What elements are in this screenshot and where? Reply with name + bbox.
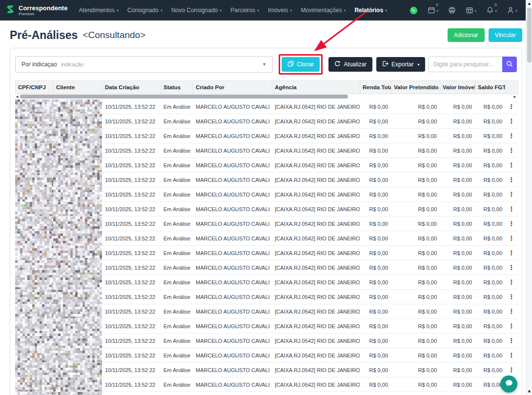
user-icon[interactable]: ▾ [506, 5, 518, 15]
scroll-left-icon[interactable]: ◄ [15, 95, 19, 99]
kebab-menu-icon[interactable]: ⋮ [505, 304, 518, 319]
cell-agencia: [CAIXA.RJ.0542] RIO DE JANEIRO [272, 260, 360, 275]
column-header-agencia[interactable]: Agência [272, 81, 360, 94]
table-row[interactable]: 10/11/2025, 13:52:22Em AnáliseMARCELO AU… [15, 363, 518, 377]
cell-agencia: [CAIXA.RJ.0542] RIO DE JANEIRO [272, 217, 360, 231]
column-header-status[interactable]: Status [161, 81, 193, 94]
table-row[interactable]: 10/11/2025, 13:52:22Em AnáliseMARCELO AU… [15, 377, 518, 392]
vertical-scrollbar[interactable]: ▲ ▼ [526, 0, 532, 395]
bell-icon[interactable]: 0▾ [485, 5, 498, 15]
table-row[interactable]: 10/11/2025, 13:52:22Em AnáliseMARCELO AU… [15, 304, 518, 319]
vertical-scrollbar-thumb[interactable] [527, 8, 532, 62]
cell-renda-total: R$ 0,00 [360, 231, 391, 246]
search-input[interactable] [428, 57, 502, 72]
kebab-menu-icon[interactable]: ⋮ [505, 290, 518, 304]
search-button[interactable] [502, 57, 517, 72]
nav-item-parceiros[interactable]: Parceiros▾ [226, 4, 264, 17]
table-row[interactable]: 10/11/2025, 13:52:22Em AnáliseMARCELO AU… [15, 319, 518, 334]
scroll-up-icon[interactable]: ▲ [526, 1, 532, 6]
censored-pixelated-data [53, 231, 102, 245]
kebab-menu-icon[interactable]: ⋮ [505, 158, 518, 173]
table-row[interactable]: 10/11/2025, 13:52:22Em AnáliseMARCELO AU… [15, 246, 518, 260]
table-row[interactable]: 10/11/2025, 13:52:22Em AnáliseMARCELO AU… [15, 260, 518, 275]
kebab-menu-icon[interactable]: ⋮ [505, 129, 518, 143]
horizontal-scrollbar-thumb[interactable] [20, 95, 348, 99]
table-row[interactable]: 10/11/2025, 13:52:22Em AnáliseMARCELO AU… [15, 158, 518, 173]
add-button[interactable]: Adicionar [448, 28, 485, 42]
cell-criado-por: MARCELO AUGUSTO CAVALI [193, 114, 272, 129]
kebab-menu-icon[interactable]: ⋮ [505, 246, 518, 260]
link-button[interactable]: Vincular [489, 28, 522, 42]
censored-pixelated-data [15, 260, 53, 275]
whatsapp-icon[interactable] [409, 5, 419, 16]
scroll-right-icon[interactable]: ► [513, 95, 517, 99]
table-row[interactable]: 10/11/2025, 13:52:22Em AnáliseMARCELO AU… [15, 275, 518, 290]
kebab-menu-icon[interactable]: ⋮ [505, 260, 518, 275]
column-header-cliente[interactable]: Cliente [54, 81, 102, 94]
table-row[interactable]: 10/11/2025, 13:52:22Em AnáliseMARCELO AU… [15, 348, 518, 363]
cell-data-criacao: 10/11/2025, 13:52:22 [102, 275, 161, 290]
brand[interactable]: Correspondente Premium [5, 4, 67, 17]
cell-agencia: [CAIXA.RJ.0542] RIO DE JANEIRO [272, 231, 360, 246]
calendar-icon[interactable]: 0▾ [427, 5, 439, 15]
table-row[interactable]: 10/11/2025, 13:52:22Em AnáliseMARCELO AU… [15, 217, 518, 231]
kebab-menu-icon[interactable]: ⋮ [505, 143, 518, 158]
table-row[interactable]: 10/11/2025, 13:52:22Em AnáliseMARCELO AU… [15, 392, 518, 395]
censored-pixelated-data [53, 260, 102, 275]
cell-cliente [53, 290, 102, 304]
column-header-data-criacao[interactable]: Data Criação [102, 81, 161, 94]
table-row[interactable]: 10/11/2025, 13:52:22Em AnáliseMARCELO AU… [15, 143, 518, 158]
export-icon [382, 60, 389, 68]
table-row[interactable]: 10/11/2025, 13:52:22Em AnáliseMARCELO AU… [15, 114, 518, 129]
cell-valor-pretendido: R$ 0,00 [391, 99, 440, 114]
nav-item-consignado[interactable]: Consignado▾ [123, 4, 167, 17]
kebab-menu-icon[interactable]: ⋮ [505, 334, 518, 348]
kebab-menu-icon[interactable]: ⋮ [505, 187, 518, 202]
table-row[interactable]: 10/11/2025, 13:52:22Em AnáliseMARCELO AU… [15, 173, 518, 187]
top-navbar: Correspondente Premium Atendimentos▾Cons… [0, 0, 532, 20]
horizontal-scrollbar[interactable]: ◄ ► [15, 94, 518, 99]
kebab-menu-icon[interactable]: ⋮ [505, 202, 518, 217]
kebab-menu-icon[interactable]: ⋮ [505, 231, 518, 246]
table-row[interactable]: 10/11/2025, 13:52:22Em AnáliseMARCELO AU… [15, 334, 518, 348]
cell-criado-por: MARCELO AUGUSTO CAVALI [193, 231, 272, 246]
export-button[interactable]: Exportar ▾ [376, 57, 425, 72]
printer-icon[interactable] [447, 5, 457, 15]
nav-item-atendimentos[interactable]: Atendimentos▾ [74, 4, 123, 17]
nav-item-relatorios[interactable]: Relatórios▾ [350, 4, 391, 17]
column-header-criado-por[interactable]: Criado Por [193, 81, 272, 94]
kebab-menu-icon[interactable]: ⋮ [505, 363, 518, 377]
table-row[interactable]: 10/11/2025, 13:52:22Em AnáliseMARCELO AU… [15, 202, 518, 217]
column-header-cpfcnpj[interactable]: CPF/CNPJ [16, 81, 54, 94]
table-row[interactable]: 10/11/2025, 13:52:22Em AnáliseMARCELO AU… [15, 231, 518, 246]
indication-filter-select[interactable]: Por indicaçao indicação ▼ [15, 56, 273, 73]
kebab-menu-icon[interactable]: ⋮ [505, 173, 518, 187]
kebab-menu-icon[interactable]: ⋮ [505, 114, 518, 129]
refresh-button[interactable]: Atualizar [328, 57, 372, 72]
cell-cliente [53, 392, 102, 395]
nav-item-movimentacoes[interactable]: Movimentações▾ [296, 4, 350, 17]
nav-item-novo-consignado[interactable]: Novo Consignado▾ [167, 4, 226, 17]
kebab-menu-icon[interactable]: ⋮ [505, 99, 518, 114]
kebab-menu-icon[interactable]: ⋮ [505, 319, 518, 334]
chat-fab-button[interactable] [500, 375, 517, 393]
clone-button[interactable]: Clonar [282, 57, 320, 72]
schedule-icon[interactable]: ▾ [465, 5, 477, 15]
censored-pixelated-data [53, 173, 102, 187]
kebab-menu-icon[interactable]: ⋮ [505, 275, 518, 290]
column-header-saldo-fgts[interactable]: Saldo FGTS [475, 81, 506, 94]
cell-cpf-cnpj [15, 319, 53, 334]
table-row[interactable]: 10/11/2025, 13:52:22Em AnáliseMARCELO AU… [15, 129, 518, 143]
cell-cliente [53, 217, 102, 231]
nav-item-imoveis[interactable]: Imóveis▾ [264, 4, 296, 17]
kebab-menu-icon[interactable]: ⋮ [505, 348, 518, 363]
scroll-down-icon[interactable]: ▼ [526, 389, 532, 394]
column-header-valor-pretendido[interactable]: Valor Pretendido [391, 81, 440, 94]
table-row[interactable]: 10/11/2025, 13:52:22Em AnáliseMARCELO AU… [15, 187, 518, 202]
table-row[interactable]: 10/11/2025, 13:52:22Em AnáliseMARCELO AU… [15, 99, 518, 114]
table-row[interactable]: 10/11/2025, 13:52:22Em AnáliseMARCELO AU… [15, 290, 518, 304]
column-header-valor-imovel[interactable]: Valor Imóvel [440, 81, 475, 94]
kebab-menu-icon[interactable]: ⋮ [505, 217, 518, 231]
column-header-renda-total[interactable]: Renda Total [360, 81, 391, 94]
cell-criado-por: MARCELO AUGUSTO CAVALI [193, 392, 272, 395]
